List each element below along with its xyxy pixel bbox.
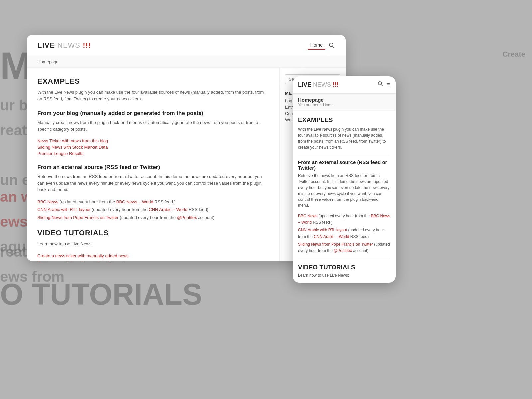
mobile-search-icon[interactable] — [378, 81, 383, 89]
cnn-world-link[interactable]: CNN Arabic – World — [149, 207, 187, 212]
pope-account-link[interactable]: @Pontifex — [177, 215, 197, 220]
bbc-line: BBC News (updated every hour from the BB… — [37, 199, 269, 205]
from-blog-block: From your blog (manually added or genera… — [37, 110, 269, 156]
mobile-bbc-link[interactable]: BBC News — [298, 214, 317, 218]
mobile-from-external-title: From an external source (RSS feed or Twi… — [298, 159, 390, 171]
svg-line-1 — [332, 46, 334, 48]
mobile-divider-1 — [298, 155, 390, 155]
mobile-logo-news: NEWS — [311, 81, 331, 88]
mobile-logo-exclaim: !!! — [331, 81, 338, 88]
mobile-logo-live: LIVE — [298, 81, 311, 88]
nav-home-link[interactable]: Home — [308, 41, 325, 50]
pope-suffix: account) — [197, 215, 214, 220]
bg-right-create: Create — [503, 50, 525, 59]
video-block: VIDEO TUTORIALS Learn how to use Live Ne… — [37, 229, 269, 261]
site-header: LIVE NEWS !!! Home — [27, 35, 346, 56]
cnn-suffix: RSS feed) — [187, 207, 208, 212]
mobile-bc-page: Homepage — [298, 97, 390, 103]
mobile-bbc-suffix: RSS feed ) — [312, 220, 332, 225]
mobile-breadcrumb: Homepage You are here: Home — [293, 94, 396, 111]
mobile-header: LIVE NEWS !!! ≡ — [293, 76, 396, 94]
svg-line-3 — [381, 84, 383, 86]
mobile-cnn-suffix: RSS feed) — [349, 234, 369, 239]
blog-link-3[interactable]: Premier League Results — [37, 151, 269, 156]
from-external-desc: Retrieve the news from an RSS feed or fr… — [37, 173, 269, 193]
mobile-examples-desc: With the Live News plugin you can make u… — [298, 126, 390, 150]
breadcrumb-label: Homepage — [37, 59, 59, 64]
pope-link[interactable]: Sliding News from Pope Francis on Twitte… — [37, 215, 119, 220]
from-external-title: From an external source (RSS feed or Twi… — [37, 164, 269, 171]
cnn-link[interactable]: CNN Arabic with RTL layout — [37, 207, 90, 212]
logo: LIVE NEWS !!! — [37, 41, 91, 50]
mobile-menu-icon[interactable]: ≡ — [386, 81, 390, 89]
blog-link-1[interactable]: News Ticker with news from this blog — [37, 138, 269, 143]
mobile-bbc-middle: (updated every hour from the — [317, 214, 371, 218]
examples-desc: With the Live News plugin you can make u… — [37, 89, 269, 102]
examples-block: EXAMPLES With the Live News plugin you c… — [37, 77, 269, 102]
logo-live: LIVE — [37, 41, 55, 49]
pope-middle: (updated every hour from the — [119, 215, 177, 220]
mobile-cnn-line: CNN Arabic with RTL layout (updated ever… — [298, 227, 390, 240]
mobile-pope-link[interactable]: Sliding News from Pope Francis on Twitte… — [298, 242, 373, 247]
video-desc: Learn how to use Live News: — [37, 241, 269, 247]
bbc-world-link[interactable]: BBC News – World — [116, 200, 153, 204]
nav-items: Home — [308, 41, 335, 50]
cnn-middle: (updated every hour from the — [90, 207, 149, 212]
cnn-line: CNN Arabic with RTL layout (updated ever… — [37, 206, 269, 213]
mobile-pope-line: Sliding News from Pope Francis on Twitte… — [298, 241, 390, 254]
mobile-cnn-world[interactable]: CNN Arabic – World — [314, 234, 349, 239]
bbc-suffix: RSS feed ) — [153, 200, 176, 204]
mobile-window: LIVE NEWS !!! ≡ Homepage You are here: H… — [293, 76, 396, 283]
mobile-divider-2 — [298, 258, 390, 258]
blog-link-2[interactable]: Sliding News with Stock Market Data — [37, 145, 269, 150]
from-blog-title: From your blog (manually added or genera… — [37, 110, 269, 117]
video-link-2[interactable]: Create a news ticker with news from the … — [37, 260, 269, 261]
logo-exclaim: !!! — [80, 41, 91, 49]
pope-line: Sliding News from Pope Francis on Twitte… — [37, 214, 269, 221]
mobile-examples-title: EXAMPLES — [298, 116, 390, 124]
video-link-1[interactable]: Create a news ticker with manually added… — [37, 253, 269, 258]
examples-title: EXAMPLES — [37, 77, 269, 86]
mobile-bbc-line: BBC News (updated every hour from the BB… — [298, 213, 390, 226]
mobile-video-title: VIDEO TUTORIALS — [298, 264, 390, 271]
logo-news: NEWS — [55, 41, 80, 49]
breadcrumb: Homepage — [27, 56, 346, 68]
mobile-main-content: EXAMPLES With the Live News plugin you c… — [293, 111, 396, 283]
video-title: VIDEO TUTORIALS — [37, 229, 269, 237]
mobile-video-desc: Learn how to use Live News: — [298, 273, 390, 278]
mobile-nav-icons: ≡ — [378, 81, 390, 89]
from-blog-desc: Manually create news from the plugin bac… — [37, 119, 269, 132]
bbc-middle-text: (updated every hour from the — [58, 200, 116, 204]
mobile-logo: LIVE NEWS !!! — [298, 81, 338, 88]
mobile-pope-suffix: account) — [352, 248, 368, 253]
from-external-block: From an external source (RSS feed or Twi… — [37, 164, 269, 221]
search-icon[interactable] — [328, 42, 335, 49]
mobile-from-external-desc: Retrieve the news from an RSS feed or fr… — [298, 173, 390, 208]
mobile-bc-sub: You are here: Home — [298, 103, 390, 107]
main-content: EXAMPLES With the Live News plugin you c… — [27, 68, 279, 261]
mobile-pope-account[interactable]: @Pontifex — [333, 248, 352, 253]
mobile-cnn-link[interactable]: CNN Arabic with RTL layout — [298, 228, 347, 232]
bbc-news-link[interactable]: BBC News — [37, 200, 58, 204]
